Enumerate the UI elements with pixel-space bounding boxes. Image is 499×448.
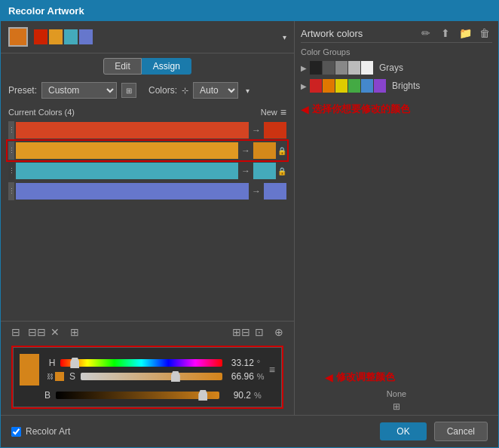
preset-label: Preset: (8, 85, 37, 96)
swatch-4[interactable] (79, 29, 93, 44)
swatch-1[interactable] (34, 29, 47, 44)
row-handle[interactable]: ⋮ (8, 142, 14, 160)
bright-swatch-3[interactable] (335, 79, 347, 93)
h-value: 33.12 (225, 358, 254, 368)
sliders-column: H 33.12 ° ⛓ (47, 358, 265, 382)
h-label: H (47, 358, 57, 368)
recolor-art-checkbox-label[interactable]: Recolor Art (11, 426, 70, 437)
gray-swatch-1[interactable] (310, 61, 322, 75)
eyedropper-icon[interactable]: ✏ (418, 27, 433, 39)
row-lock-icon[interactable]: 🔒 (277, 167, 286, 175)
tab-edit[interactable]: Edit (103, 58, 142, 75)
h-row: H 33.12 ° ⛓ (20, 354, 275, 386)
adjust-swatch[interactable] (20, 354, 39, 386)
bottom-icons-row: ⊟ ⊟⊟ ✕ ⊞ ⊞⊟ ⊡ ⊕ (1, 321, 294, 343)
arrow-icon: → (252, 186, 261, 197)
current-swatch[interactable] (16, 142, 238, 159)
artwork-colors-bar: Artwork colors ✏ ⬆ 📁 🗑 (301, 21, 492, 43)
swatch-3[interactable] (64, 29, 78, 44)
brights-group-row[interactable]: ▶ Brights (301, 77, 492, 95)
export-icon[interactable]: ⬆ (438, 27, 453, 39)
s-thumb[interactable] (171, 371, 180, 382)
adjust-menu-icon[interactable]: ≡ (269, 364, 275, 376)
right-panel: Artwork colors ✏ ⬆ 📁 🗑 Color Groups ▶ Gr… (295, 21, 498, 415)
bottom-icon-1[interactable]: ⊟ (8, 326, 23, 338)
ok-button[interactable]: OK (380, 422, 426, 440)
swatches-group (34, 29, 277, 44)
color-rows-menu-icon[interactable]: ≡ (280, 106, 286, 118)
row-handle[interactable]: ⋮ (8, 121, 14, 139)
new-swatch[interactable] (264, 122, 286, 139)
current-swatch[interactable] (16, 183, 249, 200)
s-label: S (67, 371, 78, 382)
new-swatch[interactable] (253, 142, 276, 159)
none-section: None ⊞ (301, 389, 492, 415)
new-swatch[interactable] (253, 163, 276, 179)
swatch-2[interactable] (49, 29, 63, 44)
bright-swatch-2[interactable] (323, 79, 335, 93)
table-row[interactable]: ⋮ → 🔒 (8, 162, 286, 180)
row-handle[interactable]: ⋮ (8, 182, 14, 200)
cancel-button[interactable]: Cancel (434, 422, 488, 441)
gray-swatch-4[interactable] (348, 61, 360, 75)
trash-icon[interactable]: 🗑 (477, 27, 492, 39)
new-label: New (261, 108, 277, 117)
s-slider[interactable] (81, 371, 222, 382)
bottom-icon-cross[interactable]: ✕ (47, 326, 63, 338)
annotation-select-text: 选择你想要修改的颜色 (312, 102, 410, 116)
swatches-dropdown[interactable]: ▾ (283, 33, 286, 41)
footer: Recolor Art OK Cancel (1, 415, 498, 447)
preset-row: Preset: Custom ⊞ Colors: ⊹ Auto ▾ (1, 79, 294, 102)
recolor-art-checkbox[interactable] (11, 427, 21, 437)
b-unit: % (254, 391, 262, 400)
lock-icon[interactable]: 🔒 (277, 147, 286, 155)
color-header-row: Current Colors (4) New ≡ (8, 106, 286, 118)
gray-swatch-5[interactable] (361, 61, 373, 75)
grays-label: Grays (379, 62, 403, 73)
h-slider[interactable] (60, 358, 222, 368)
bright-swatch-5[interactable] (361, 79, 373, 93)
bottom-icon-right-2[interactable]: ⊡ (252, 326, 267, 338)
bottom-icon-right-1[interactable]: ⊞⊟ (232, 326, 247, 338)
base-swatch[interactable] (8, 27, 28, 47)
s-swatch[interactable] (55, 372, 64, 381)
h-track (60, 359, 222, 367)
bright-swatch-6[interactable] (374, 79, 386, 93)
b-slider[interactable] (56, 390, 219, 401)
arrow-icon: → (241, 145, 250, 156)
h-thumb[interactable] (70, 358, 79, 368)
current-colors-label: Current Colors (4) (8, 108, 261, 117)
main-content: ▾ Edit Assign Preset: Custom ⊞ Colors: ⊹… (1, 21, 498, 415)
gray-swatch-3[interactable] (335, 61, 347, 75)
b-thumb[interactable] (198, 390, 207, 401)
bright-swatch-4[interactable] (348, 79, 360, 93)
brights-expand-icon[interactable]: ▶ (301, 82, 307, 90)
new-swatch[interactable] (264, 183, 286, 200)
bottom-icon-2[interactable]: ⊟⊟ (28, 326, 43, 338)
chain-icon[interactable]: ⛓ (47, 373, 54, 380)
gray-swatch-2[interactable] (323, 61, 335, 75)
colors-select[interactable]: Auto (193, 82, 238, 99)
annotation-select-arrow: ◀ (301, 103, 309, 115)
table-row[interactable]: ⋮ → 🔒 (8, 142, 286, 160)
s-icons: ⛓ (47, 372, 64, 381)
current-swatch[interactable] (16, 163, 238, 179)
folder-icon[interactable]: 📁 (458, 27, 473, 39)
colors-dropdown[interactable]: ▾ (246, 87, 250, 95)
grays-group-row[interactable]: ▶ Grays (301, 59, 492, 77)
colors-updown: ⊹ (182, 86, 188, 96)
preset-grid-icon[interactable]: ⊞ (121, 83, 136, 98)
s-unit: % (257, 372, 265, 381)
tab-assign[interactable]: Assign (142, 58, 191, 75)
bottom-icon-right-3[interactable]: ⊕ (271, 326, 286, 338)
dialog-title: Recolor Artwork (8, 5, 84, 17)
bright-swatch-1[interactable] (310, 79, 322, 93)
row-handle[interactable]: ⋮ (8, 162, 14, 180)
current-swatch[interactable] (16, 122, 249, 139)
table-row[interactable]: ⋮ → (8, 182, 286, 200)
bottom-icon-grid[interactable]: ⊞ (67, 326, 82, 338)
link-icon[interactable]: ⊞ (393, 401, 400, 412)
grays-expand-icon[interactable]: ▶ (301, 64, 307, 72)
table-row[interactable]: ⋮ → (8, 121, 286, 139)
preset-select[interactable]: Custom (41, 82, 117, 99)
